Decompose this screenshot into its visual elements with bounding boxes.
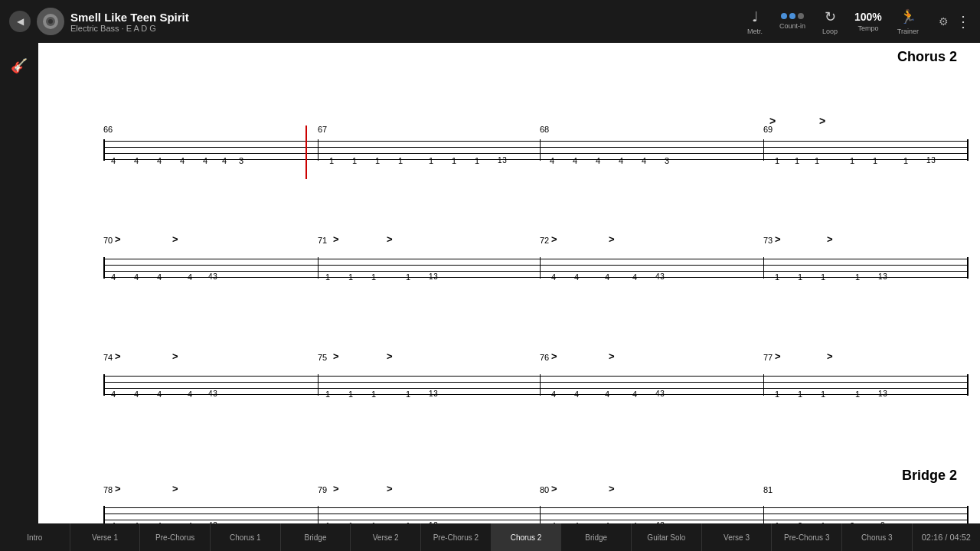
bottom-nav: Intro Verse 1 Pre-Chorus Chorus 1 Bridge…: [0, 523, 980, 551]
sidebar-bass-icon[interactable]: 🎸: [5, 52, 33, 80]
count-in-control[interactable]: Count-in: [779, 13, 805, 30]
nav-chorus2[interactable]: Chorus 2: [492, 523, 562, 551]
f80-5: 4 3: [655, 521, 665, 523]
fret-69-5: 1: [873, 156, 877, 165]
nav-verse2[interactable]: Verse 2: [351, 523, 421, 551]
nav-chorus3[interactable]: Chorus 3: [842, 523, 913, 551]
nav-prechorus2[interactable]: Pre-Chorus 2: [421, 523, 492, 551]
fret-66-1: 4: [111, 156, 116, 165]
f73-3: 1: [821, 272, 825, 282]
metronome-control[interactable]: ♩ Metr.: [746, 8, 764, 35]
fret-67-3: 1: [375, 156, 380, 165]
fret-67-1: 1: [329, 156, 334, 165]
staff-row-4: [103, 492, 969, 523]
tempo-control[interactable]: 100% Tempo: [854, 11, 882, 32]
f70-5: 4 3: [208, 272, 217, 281]
f80-2: 4: [574, 521, 579, 523]
nav-verse3[interactable]: Verse 3: [702, 523, 773, 551]
svg-point-2: [48, 19, 53, 24]
f73-2: 1: [798, 272, 802, 282]
staff-row-3: [103, 360, 969, 422]
nav-verse1[interactable]: Verse 1: [70, 523, 141, 551]
mnum-66: 66: [103, 125, 113, 134]
settings-icon[interactable]: ⚙: [934, 12, 952, 31]
f78-5: 4 3: [208, 521, 217, 523]
f74-2: 4: [134, 390, 139, 399]
f75-4: 1: [406, 390, 410, 399]
nav-prechorus[interactable]: Pre-Chorus: [140, 523, 211, 551]
f76-5: 4 3: [655, 390, 665, 398]
f79-1: 1: [325, 521, 330, 523]
f70-3: 4: [157, 272, 162, 282]
nav-chorus1[interactable]: Chorus 1: [211, 523, 281, 551]
f71-5: 1 3: [429, 272, 438, 281]
f72-3: 4: [605, 272, 609, 282]
f76-3: 4: [605, 390, 609, 399]
f78-1: 4: [111, 521, 116, 523]
barline-69: [763, 139, 764, 161]
f81-4: 2: [850, 521, 854, 523]
f79-2: 1: [348, 521, 353, 523]
f72-5: 4 3: [655, 272, 665, 281]
f81-3: 1: [821, 521, 825, 523]
f78-4: 4: [188, 521, 192, 523]
more-button[interactable]: ⋮: [956, 12, 971, 31]
count-in-label: Count-in: [779, 22, 805, 30]
loop-label: Loop: [822, 28, 838, 35]
nav-intro[interactable]: Intro: [0, 523, 70, 551]
fret-66-6: 4: [222, 156, 227, 165]
trainer-icon: 🏃: [899, 8, 917, 26]
top-bar-left: ◀ Smell Like Teen Spirit Electric Bass ·…: [9, 8, 189, 35]
fret-66-7: 3: [239, 156, 243, 165]
f76-1: 4: [551, 390, 556, 399]
trainer-label: Trainer: [897, 28, 919, 35]
sidebar: 🎸: [0, 43, 38, 523]
count-in-dot1: [781, 13, 787, 19]
f73-5: 1 3: [878, 272, 887, 281]
f71-2: 1: [348, 272, 353, 282]
fret-68-6: 3: [665, 156, 669, 165]
nav-guitarsolo[interactable]: Guitar Solo: [632, 523, 702, 551]
staff-end-1: [967, 139, 969, 161]
fret-66-3: 4: [157, 156, 162, 165]
f71-1: 1: [325, 272, 330, 282]
main-content: 🎸 Chorus 2 > >: [0, 43, 980, 523]
f80-4: 4: [632, 521, 637, 523]
nav-prechorus3[interactable]: Pre-Chorus 3: [772, 523, 842, 551]
song-title: Smell Like Teen Spirit: [70, 11, 189, 24]
f81-2: 0: [798, 521, 802, 523]
app-logo: [37, 8, 64, 35]
f78-3: 4: [157, 521, 162, 523]
chorus2-label: Chorus 2: [897, 49, 957, 65]
mnum-67: 67: [318, 125, 327, 134]
trainer-control[interactable]: 🏃 Trainer: [897, 8, 919, 35]
fret-69-3: 1: [815, 156, 819, 165]
loop-control[interactable]: ↻ Loop: [821, 8, 839, 35]
fret-67-6: 1: [452, 156, 456, 165]
f75-5: 1 3: [429, 390, 438, 398]
f74-1: 4: [111, 390, 116, 399]
f74-5: 4 3: [208, 390, 217, 398]
fret-69-7: 1 3: [926, 156, 936, 165]
f81-1: 1: [775, 521, 779, 523]
staff-row-1: [103, 126, 969, 187]
tempo-label: Tempo: [858, 24, 878, 32]
f72-4: 4: [632, 272, 637, 282]
f71-3: 1: [371, 272, 376, 282]
top-bar: ◀ Smell Like Teen Spirit Electric Bass ·…: [0, 0, 980, 43]
barline-68: [540, 139, 541, 161]
f72-2: 4: [574, 272, 579, 282]
nav-bridge1[interactable]: Bridge: [281, 523, 351, 551]
f73-1: 1: [775, 272, 779, 282]
f79-5: 1 3: [429, 521, 438, 523]
fret-67-8: 1 3: [498, 156, 507, 165]
f77-1: 1: [775, 390, 779, 399]
fret-68-1: 4: [550, 156, 554, 165]
bridge2-label: Bridge 2: [902, 468, 957, 484]
count-in-dot2: [789, 13, 795, 19]
notation-canvas: Chorus 2 > >: [38, 43, 980, 523]
back-button[interactable]: ◀: [9, 11, 31, 32]
f80-1: 4: [551, 521, 556, 523]
nav-bridge2[interactable]: Bridge: [561, 523, 632, 551]
song-subtitle: Electric Bass · E A D G: [70, 24, 189, 33]
